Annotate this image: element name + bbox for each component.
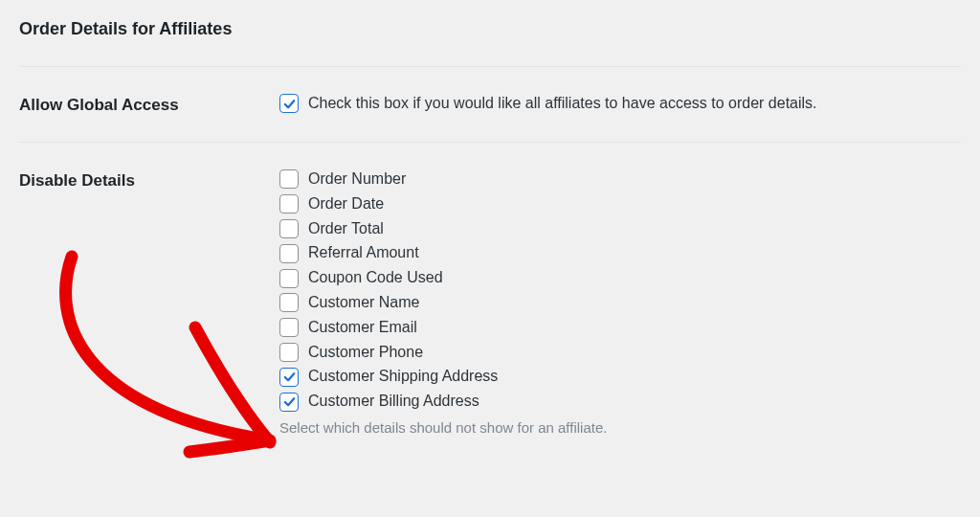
allow-global-checkbox[interactable] xyxy=(279,94,299,113)
row-allow-global: Allow Global Access Check this box if yo… xyxy=(19,94,961,115)
disable-details-help: Select which details should not show for… xyxy=(279,419,961,436)
checkbox-customer-billing-address[interactable] xyxy=(279,393,299,412)
divider xyxy=(19,142,961,143)
option-customer-email: Customer Email xyxy=(279,318,961,338)
checkbox-customer-phone[interactable] xyxy=(279,343,299,362)
checkbox-order-total[interactable] xyxy=(279,219,299,238)
checkbox-coupon-code-used[interactable] xyxy=(279,269,299,288)
disable-details-label: Disable Details xyxy=(19,169,279,191)
row-disable-details: Disable Details Order NumberOrder DateOr… xyxy=(19,169,961,436)
checkbox-customer-name[interactable] xyxy=(279,293,299,312)
option-label-referral-amount: Referral Amount xyxy=(308,243,419,263)
option-customer-shipping-address: Customer Shipping Address xyxy=(279,367,961,387)
allow-global-description: Check this box if you would like all aff… xyxy=(308,95,817,112)
allow-global-content: Check this box if you would like all aff… xyxy=(279,94,961,113)
option-referral-amount: Referral Amount xyxy=(279,243,961,263)
checkbox-order-date[interactable] xyxy=(279,194,299,214)
option-customer-billing-address: Customer Billing Address xyxy=(279,392,961,412)
option-customer-phone: Customer Phone xyxy=(279,343,961,363)
option-customer-name: Customer Name xyxy=(279,293,961,313)
option-label-order-number: Order Number xyxy=(308,169,406,190)
option-label-customer-phone: Customer Phone xyxy=(308,343,423,363)
checkbox-referral-amount[interactable] xyxy=(279,244,299,263)
disable-details-content: Order NumberOrder DateOrder TotalReferra… xyxy=(279,169,961,436)
allow-global-label: Allow Global Access xyxy=(19,94,279,115)
option-order-number: Order Number xyxy=(279,169,961,190)
checkbox-order-number[interactable] xyxy=(279,169,299,189)
option-label-customer-shipping-address: Customer Shipping Address xyxy=(308,367,498,387)
option-label-order-date: Order Date xyxy=(308,194,384,214)
option-label-coupon-code-used: Coupon Code Used xyxy=(308,268,443,288)
option-label-customer-billing-address: Customer Billing Address xyxy=(308,392,479,412)
checkbox-customer-email[interactable] xyxy=(279,318,299,337)
option-label-order-total: Order Total xyxy=(308,219,384,239)
checkbox-customer-shipping-address[interactable] xyxy=(279,368,299,387)
disable-details-option-list: Order NumberOrder DateOrder TotalReferra… xyxy=(279,169,961,412)
option-order-total: Order Total xyxy=(279,219,961,239)
option-label-customer-name: Customer Name xyxy=(308,293,419,313)
divider xyxy=(19,66,961,67)
option-order-date: Order Date xyxy=(279,194,961,214)
section-title: Order Details for Affiliates xyxy=(19,19,961,39)
option-label-customer-email: Customer Email xyxy=(308,318,417,338)
option-coupon-code-used: Coupon Code Used xyxy=(279,268,961,288)
